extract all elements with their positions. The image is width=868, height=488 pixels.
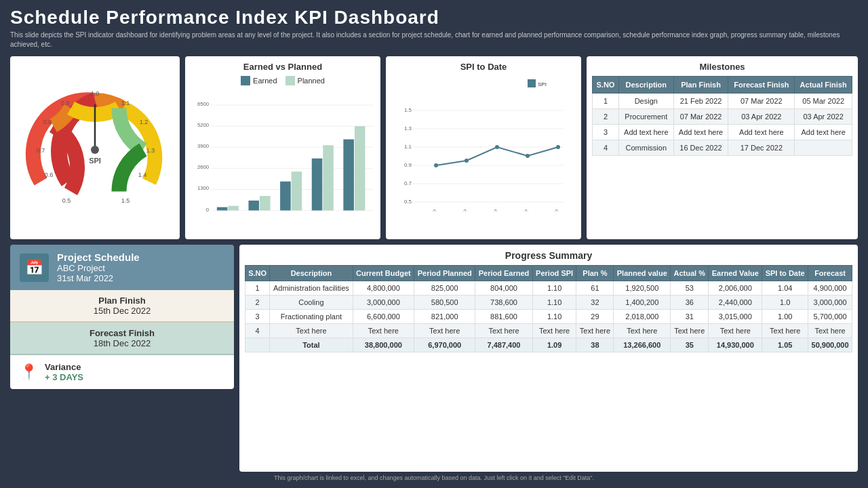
variance-row: 📍 Variance + 3 DAYS xyxy=(10,355,234,389)
spi-point-3 xyxy=(495,145,499,149)
prog-cell-3-9: Text here xyxy=(709,324,762,338)
schedule-panel: 📅 Project Schedule ABC Project 31st Mar … xyxy=(10,245,234,472)
gauge-arc-orange xyxy=(54,108,71,126)
mil-cell-1-1: Procurement xyxy=(618,109,673,125)
evp-legend-earned-icon xyxy=(241,76,250,85)
spi-point-5 xyxy=(556,145,560,149)
prog-col-11: Forecast xyxy=(808,266,852,281)
mil-col-plan: Plan Finish xyxy=(673,77,728,94)
prog-cell-1-7: 1,400,200 xyxy=(614,296,671,310)
svg-text:1.5: 1.5 xyxy=(404,107,412,113)
bar-earned-2 xyxy=(248,201,259,211)
prog-col-9: Earned Value xyxy=(709,266,762,281)
gauge-label-1-4: 1.4 xyxy=(138,171,147,178)
prog-cell-0-7: 1,920,500 xyxy=(614,281,671,296)
progress-row-1: 1Administration facilities4,800,000825,0… xyxy=(245,281,852,296)
milestones-table: S.NO Description Plan Finish Forecast Fi… xyxy=(592,76,852,156)
prog-cell-0-11: 4,900,000 xyxy=(808,281,852,296)
svg-text:6500: 6500 xyxy=(197,101,210,107)
spi-point-4 xyxy=(526,154,530,158)
prog-col-7: Planned value xyxy=(614,266,671,281)
gauge-label-0-5: 0.5 xyxy=(62,197,71,204)
evp-chart-svg: 0 1300 2600 3900 5200 6500 xyxy=(191,88,375,217)
bar-planned-2 xyxy=(260,196,271,210)
prog-cell-3-7: Text here xyxy=(614,324,671,338)
evp-title: Earned vs Planned xyxy=(191,62,375,72)
variance-label: Variance xyxy=(45,362,83,372)
milestones-row-2: 2Procurement07 Mar 202203 Apr 202203 Apr… xyxy=(593,109,852,125)
prog-col-5: Period SPI xyxy=(532,266,576,281)
svg-rect-20 xyxy=(528,79,536,87)
mil-col-forecast: Forecast Finish xyxy=(728,77,795,94)
prog-cell-2-9: 3,015,000 xyxy=(709,310,762,324)
evp-legend-earned: Earned xyxy=(241,76,277,85)
gauge-label-0-9: 0.9 xyxy=(61,100,70,106)
spi-line xyxy=(436,147,558,165)
prog-cell-2-6: 29 xyxy=(576,310,614,324)
prog-col-1: Description xyxy=(270,266,353,281)
bar-planned-4 xyxy=(323,145,334,210)
svg-text:1-May-22: 1-May-22 xyxy=(542,208,560,211)
mil-col-sno: S.NO xyxy=(593,77,619,94)
mil-cell-0-3: 07 Mar 2022 xyxy=(728,94,795,109)
progress-title: Progress Summary xyxy=(245,250,852,261)
svg-text:0: 0 xyxy=(206,207,210,213)
prog-col-8: Actual % xyxy=(671,266,709,281)
prog-cell-1-2: 3,000,000 xyxy=(353,296,414,310)
prog-cell-3-11: Text here xyxy=(808,324,852,338)
mil-cell-3-3: 17 Dec 2022 xyxy=(728,140,795,156)
mil-cell-2-3: Add text here xyxy=(728,125,795,140)
prog-cell-3-4: Text here xyxy=(475,324,533,338)
gauge-label-0-7: 0.7 xyxy=(37,147,45,154)
prog-cell-2-10: 1.00 xyxy=(762,310,808,324)
gauge-label-1-0: 1.0 xyxy=(91,90,100,97)
project-name: ABC Project xyxy=(57,263,140,273)
forecast-finish-value: 18th Dec 2022 xyxy=(20,338,224,348)
dashboard-container: Schedule Performance Index KPI Dashboard… xyxy=(0,0,868,488)
svg-text:1-Jan-22: 1-Jan-22 xyxy=(421,208,438,211)
svg-text:1.1: 1.1 xyxy=(404,144,412,150)
prog-cell-2-8: 31 xyxy=(671,310,709,324)
prog-col-6: Plan % xyxy=(576,266,614,281)
prog-cell-1-11: 3,000,000 xyxy=(808,296,852,310)
variance-value: + 3 DAYS xyxy=(45,372,83,382)
evp-legend-planned-label: Planned xyxy=(298,77,325,85)
prog-cell-0-6: 61 xyxy=(576,281,614,296)
prog-total-3: 6,970,000 xyxy=(414,338,475,352)
gauge-label-1-3: 1.3 xyxy=(146,147,155,154)
prog-cell-3-8: Text here xyxy=(671,324,709,338)
prog-cell-3-3: Text here xyxy=(414,324,475,338)
prog-total-1: Total xyxy=(270,338,353,352)
mil-col-actual: Actual Finish xyxy=(795,77,852,94)
mil-cell-3-0: 4 xyxy=(593,140,619,156)
variance-icon: 📍 xyxy=(20,363,38,381)
plan-finish-label: Plan Finish xyxy=(20,296,224,306)
gauge-pivot xyxy=(91,146,99,154)
schedule-top: 📅 Project Schedule ABC Project 31st Mar … xyxy=(10,245,234,290)
svg-text:0.7: 0.7 xyxy=(404,180,412,186)
mil-cell-1-4: 03 Apr 2022 xyxy=(795,109,852,125)
progress-row-2: 2Cooling3,000,000580,500738,6001.10321,4… xyxy=(245,296,852,310)
prog-cell-2-2: 6,600,000 xyxy=(353,310,414,324)
variance-info: Variance + 3 DAYS xyxy=(45,362,83,382)
prog-cell-1-5: 1.10 xyxy=(532,296,576,310)
mil-cell-0-0: 1 xyxy=(593,94,619,109)
prog-cell-0-4: 804,000 xyxy=(475,281,533,296)
mil-cell-3-1: Commission xyxy=(618,140,673,156)
gauge-center-label: SPI xyxy=(89,157,101,165)
mil-col-desc: Description xyxy=(618,77,673,94)
gauge-arc-red xyxy=(54,126,78,192)
spi-chart-svg: SPI 0.5 0.7 0.9 1.1 1.3 1.5 xyxy=(391,76,576,211)
bar-planned-5 xyxy=(355,126,366,210)
prog-cell-2-4: 881,600 xyxy=(475,310,533,324)
gauge-label-1-1: 1.1 xyxy=(121,100,130,106)
bottom-row: 📅 Project Schedule ABC Project 31st Mar … xyxy=(10,245,858,472)
prog-cell-0-10: 1.04 xyxy=(762,281,808,296)
bar-earned-3 xyxy=(280,182,291,211)
earned-vs-planned-panel: Earned vs Planned Earned Planned 0 1300 … xyxy=(185,56,380,239)
prog-total-7: 13,266,600 xyxy=(614,338,671,352)
bar-earned-4 xyxy=(312,159,323,211)
prog-cell-1-1: Cooling xyxy=(270,296,353,310)
svg-text:1-Feb-22: 1-Feb-22 xyxy=(451,208,468,211)
gauge-container: 0.5 0.6 0.7 0.8 0.9 1.0 1.1 1.2 1.3 1.4 … xyxy=(20,70,170,226)
